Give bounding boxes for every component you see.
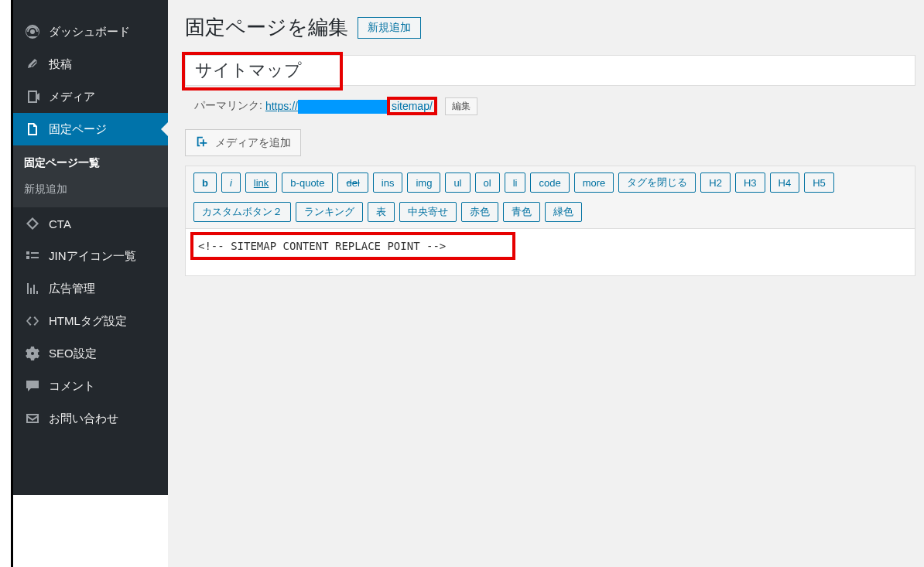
page-icon: [24, 121, 41, 138]
sidebar-label: HTMLタグ設定: [49, 314, 127, 329]
sidebar-label: 投稿: [49, 57, 72, 72]
diamond-icon: [24, 215, 41, 232]
qt-ol[interactable]: ol: [475, 172, 500, 193]
qt-italic[interactable]: i: [221, 172, 241, 193]
editor-textarea[interactable]: <!-- SITEMAP CONTENT REPLACE POINT -->: [186, 229, 915, 275]
qt-ranking[interactable]: ランキング: [296, 202, 363, 222]
qt-blue[interactable]: 青色: [503, 202, 540, 222]
code-icon: [24, 313, 41, 330]
pin-icon: [24, 56, 41, 73]
editor-wrap: b i link b-quote del ins img ul ol li co…: [185, 166, 915, 276]
page-title: 固定ページを編集: [185, 14, 348, 41]
permalink-link[interactable]: https://sitemap/: [265, 97, 437, 115]
sidebar-item-media[interactable]: メディア: [13, 80, 168, 113]
list-icon: [24, 248, 41, 265]
qt-bquote[interactable]: b-quote: [282, 172, 333, 193]
qt-img[interactable]: img: [407, 172, 440, 193]
sidebar-item-posts[interactable]: 投稿: [13, 48, 168, 80]
qt-close-tags[interactable]: タグを閉じる: [618, 172, 696, 193]
sidebar-item-jin-icons[interactable]: JINアイコン一覧: [13, 240, 168, 272]
comment-icon: [24, 377, 41, 395]
sidebar-sub-pages-list[interactable]: 固定ページ一覧: [13, 150, 168, 176]
sidebar-item-seo[interactable]: SEO設定: [13, 337, 168, 370]
sidebar-label: コメント: [49, 379, 95, 394]
qt-h5[interactable]: H5: [804, 172, 834, 193]
sidebar-sub-add-new[interactable]: 新規追加: [13, 176, 168, 203]
qt-table[interactable]: 表: [368, 202, 395, 222]
post-title-input[interactable]: [185, 55, 915, 86]
sidebar-label: JINアイコン一覧: [49, 249, 136, 264]
title-wrap: [185, 55, 915, 86]
qt-h2[interactable]: H2: [700, 172, 731, 193]
media-add-icon: [195, 135, 209, 151]
add-new-button[interactable]: 新規追加: [358, 17, 421, 39]
sidebar-item-contact[interactable]: お問い合わせ: [13, 402, 168, 435]
sidebar-item-dashboard[interactable]: ダッシュボード: [13, 15, 168, 48]
sidebar-item-cta[interactable]: CTA: [13, 207, 168, 240]
permalink-edit-button[interactable]: 編集: [445, 97, 477, 115]
permalink-row: パーマリンク: https://sitemap/ 編集: [194, 97, 918, 115]
sidebar-label: SEO設定: [49, 347, 97, 361]
dashboard-icon: [24, 23, 41, 40]
qt-center[interactable]: 中央寄せ: [399, 202, 457, 222]
sidebar-label: 広告管理: [49, 282, 95, 296]
qt-link[interactable]: link: [245, 172, 278, 193]
permalink-slug-highlight: sitemap/: [387, 97, 437, 115]
qt-bold[interactable]: b: [193, 172, 217, 193]
mail-icon: [24, 410, 41, 427]
main-content: 固定ページを編集 新規追加 パーマリンク: https://sitemap/ 編…: [168, 0, 924, 567]
gear-icon: [24, 345, 41, 362]
chart-icon: [24, 280, 41, 297]
sidebar-item-pages[interactable]: 固定ページ: [13, 113, 168, 145]
admin-sidebar: ダッシュボード 投稿 メディア 固定ページ 固定ページ一覧 新規追加 CTA J…: [13, 0, 168, 495]
editor-text: <!-- SITEMAP CONTENT REPLACE POINT -->: [198, 240, 446, 252]
sidebar-item-comments[interactable]: コメント: [13, 370, 168, 402]
media-icon: [24, 88, 41, 105]
sidebar-label: お問い合わせ: [49, 412, 118, 426]
sidebar-label: 固定ページ: [49, 122, 107, 137]
sidebar-label: ダッシュボード: [49, 25, 130, 39]
qt-green[interactable]: 緑色: [545, 202, 582, 222]
qt-custom-btn2[interactable]: カスタムボタン２: [193, 202, 291, 222]
qt-del[interactable]: del: [337, 172, 368, 193]
qt-more[interactable]: more: [574, 172, 614, 193]
quicktags-toolbar: b i link b-quote del ins img ul ol li co…: [186, 166, 915, 229]
qt-red[interactable]: 赤色: [461, 202, 498, 222]
sidebar-submenu: 固定ページ一覧 新規追加: [13, 145, 168, 207]
sidebar-item-ads[interactable]: 広告管理: [13, 272, 168, 305]
sidebar-label: CTA: [49, 217, 71, 231]
qt-ins[interactable]: ins: [373, 172, 403, 193]
permalink-redacted: [298, 100, 387, 114]
page-header: 固定ページを編集 新規追加: [185, 14, 918, 41]
permalink-label: パーマリンク:: [194, 99, 262, 113]
qt-li[interactable]: li: [505, 172, 526, 193]
qt-code[interactable]: code: [530, 172, 569, 193]
qt-h3[interactable]: H3: [735, 172, 765, 193]
qt-h4[interactable]: H4: [770, 172, 800, 193]
add-media-button[interactable]: メディアを追加: [185, 129, 301, 156]
sidebar-label: メディア: [49, 90, 95, 104]
sidebar-item-html-tags[interactable]: HTMLタグ設定: [13, 305, 168, 337]
qt-ul[interactable]: ul: [445, 172, 470, 193]
media-button-label: メディアを追加: [215, 136, 291, 150]
